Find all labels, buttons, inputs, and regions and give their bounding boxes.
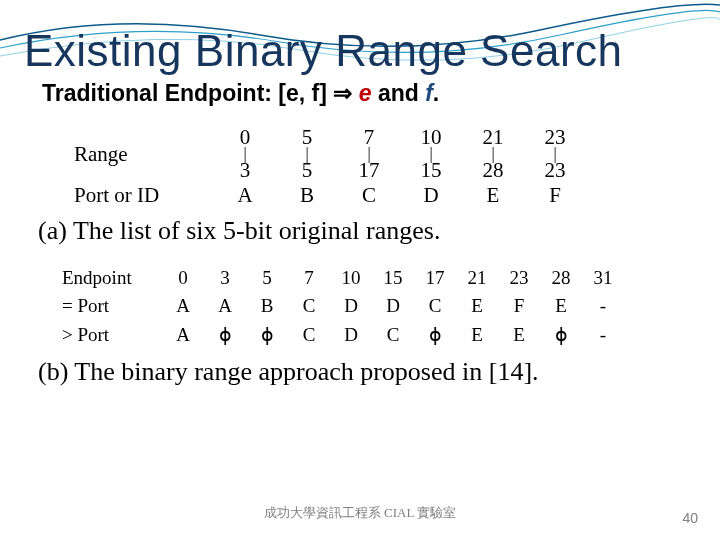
eq-cell: A (162, 292, 204, 320)
range-bot-cell: 5 (276, 158, 338, 183)
gt-cell: E (498, 320, 540, 349)
gt-cell: C (372, 320, 414, 349)
range-bot-cell: 23 (524, 158, 586, 183)
ep-cell: 7 (288, 264, 330, 292)
port-row: Port or ID A B C D E F (74, 183, 586, 208)
endpoint-table: Endpoint 0 3 5 7 10 15 17 21 23 28 31 = … (62, 264, 624, 349)
endpoint-label: Endpoint (62, 264, 162, 292)
gt-cell: ϕ (246, 320, 288, 349)
port-cell: D (400, 183, 462, 208)
gt-cell: D (330, 320, 372, 349)
eq-port-row: = Port A A B C D D C E F E - (62, 292, 624, 320)
slide-content: Existing Binary Range Search Traditional… (0, 0, 720, 387)
page-title: Existing Binary Range Search (24, 26, 696, 76)
endpoint-row: Endpoint 0 3 5 7 10 15 17 21 23 28 31 (62, 264, 624, 292)
eq-cell: - (582, 292, 624, 320)
eq-cell: C (414, 292, 456, 320)
range-top-cell: 7| (338, 125, 400, 158)
subtitle-prefix: Traditional Endpoint: [e, f] (42, 80, 333, 106)
gt-port-label: > Port (62, 320, 162, 349)
port-cell: B (276, 183, 338, 208)
ep-cell: 5 (246, 264, 288, 292)
subtitle-arrow: ⇒ (333, 80, 352, 106)
gt-cell: ϕ (414, 320, 456, 349)
range-bot-cell: 3 (214, 158, 276, 183)
subtitle-f: f (425, 80, 433, 106)
ep-cell: 17 (414, 264, 456, 292)
figure-a: Range 0| 5| 7| 10| 21| 23| 3 5 17 15 28 … (74, 125, 696, 208)
footer-text: 成功大學資訊工程系 CIAL 實驗室 (0, 504, 720, 522)
range-top-cell: 0| (214, 125, 276, 158)
subtitle: Traditional Endpoint: [e, f] ⇒ e and f. (42, 80, 696, 107)
eq-cell: B (246, 292, 288, 320)
eq-cell: D (330, 292, 372, 320)
eq-cell: E (456, 292, 498, 320)
eq-cell: E (540, 292, 582, 320)
range-top-cell: 23| (524, 125, 586, 158)
eq-cell: D (372, 292, 414, 320)
port-cell: F (524, 183, 586, 208)
caption-a: (a) The list of six 5-bit original range… (38, 216, 696, 246)
gt-cell: E (456, 320, 498, 349)
gt-cell: ϕ (540, 320, 582, 349)
ep-cell: 10 (330, 264, 372, 292)
gt-cell: A (162, 320, 204, 349)
gt-cell: C (288, 320, 330, 349)
ep-cell: 23 (498, 264, 540, 292)
ep-cell: 15 (372, 264, 414, 292)
port-cell: C (338, 183, 400, 208)
page-number: 40 (682, 510, 698, 526)
gt-cell: - (582, 320, 624, 349)
subtitle-dot: . (433, 80, 439, 106)
gt-port-row: > Port A ϕ ϕ C D C ϕ E E ϕ - (62, 320, 624, 349)
ep-cell: 28 (540, 264, 582, 292)
caption-b: (b) The binary range approach proposed i… (38, 357, 696, 387)
ep-cell: 0 (162, 264, 204, 292)
range-top-cell: 21| (462, 125, 524, 158)
range-bot-cell: 28 (462, 158, 524, 183)
range-top-cell: 5| (276, 125, 338, 158)
eq-cell: F (498, 292, 540, 320)
port-label: Port or ID (74, 183, 214, 208)
subtitle-e: e (359, 80, 372, 106)
gt-cell: ϕ (204, 320, 246, 349)
range-label: Range (74, 125, 214, 183)
range-top-cell: 10| (400, 125, 462, 158)
ep-cell: 3 (204, 264, 246, 292)
ep-cell: 31 (582, 264, 624, 292)
range-bot-cell: 17 (338, 158, 400, 183)
figure-b: Endpoint 0 3 5 7 10 15 17 21 23 28 31 = … (62, 264, 696, 349)
eq-cell: A (204, 292, 246, 320)
range-bot-cell: 15 (400, 158, 462, 183)
subtitle-and: and (372, 80, 426, 106)
eq-port-label: = Port (62, 292, 162, 320)
range-table: Range 0| 5| 7| 10| 21| 23| 3 5 17 15 28 … (74, 125, 586, 208)
range-top-row: Range 0| 5| 7| 10| 21| 23| (74, 125, 586, 158)
eq-cell: C (288, 292, 330, 320)
port-cell: E (462, 183, 524, 208)
ep-cell: 21 (456, 264, 498, 292)
port-cell: A (214, 183, 276, 208)
